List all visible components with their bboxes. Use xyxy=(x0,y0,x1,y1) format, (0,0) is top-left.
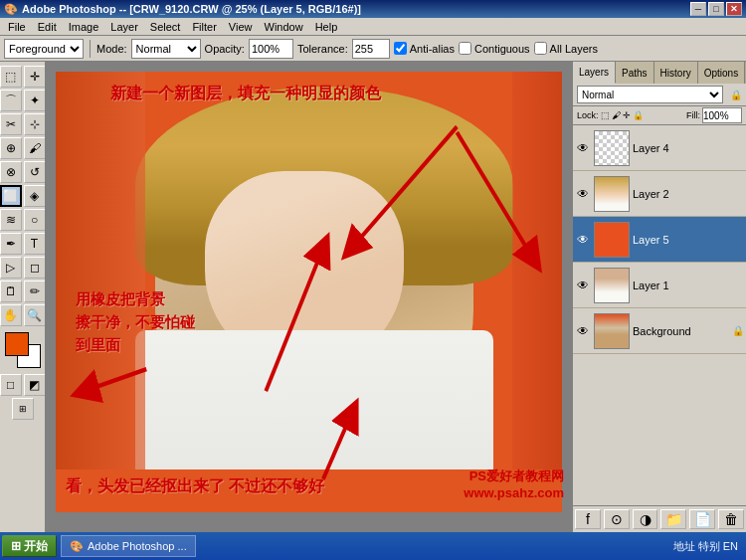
add-mask-button[interactable]: ⊙ xyxy=(604,509,630,529)
lasso-tool[interactable]: ⌒ xyxy=(0,90,22,111)
fill-label: Fill: xyxy=(686,110,700,120)
tab-layers[interactable]: Layers xyxy=(573,62,616,84)
menu-item-file[interactable]: File xyxy=(2,20,32,34)
layer-visibility-toggle[interactable]: 👁 xyxy=(575,323,591,339)
tool-row-11: ✋ 🔍 xyxy=(0,304,46,326)
lock-transparent-icon[interactable]: ⬚ xyxy=(601,110,610,120)
zoom-tool[interactable]: 🔍 xyxy=(24,304,46,326)
tab-options[interactable]: Options xyxy=(698,62,745,84)
magic-wand-tool[interactable]: ✦ xyxy=(24,90,46,111)
tray-text: 地址 特别 EN xyxy=(673,539,738,554)
tab-history[interactable]: History xyxy=(654,62,698,84)
fill-input[interactable] xyxy=(702,107,742,123)
lock-paint-icon[interactable]: 🖌 xyxy=(612,110,621,120)
mode-select[interactable]: Normal xyxy=(131,39,201,59)
close-button[interactable]: ✕ xyxy=(726,2,742,16)
marquee-tool[interactable]: ⬚ xyxy=(0,66,22,88)
start-button[interactable]: ⊞ 开始 xyxy=(2,535,57,557)
menu-item-layer[interactable]: Layer xyxy=(104,20,144,34)
all-layers-label: All Layers xyxy=(550,43,598,55)
tool-row-1: ⬚ ✛ xyxy=(0,66,46,88)
eyedropper-tool[interactable]: ✏ xyxy=(24,280,46,302)
layer-item[interactable]: 👁 Layer 2 xyxy=(573,171,746,217)
delete-layer-button[interactable]: 🗑 xyxy=(718,509,744,529)
screen-mode[interactable]: ⊞ xyxy=(12,398,34,420)
slice-tool[interactable]: ⊹ xyxy=(24,113,46,135)
anti-alias-checkbox[interactable] xyxy=(394,42,407,55)
annotation-left1: 用橡皮把背景 xyxy=(76,290,165,309)
layer-name: Background xyxy=(633,325,729,337)
layer-item[interactable]: 👁 Layer 4 xyxy=(573,125,746,171)
eraser-tool[interactable]: ⬜ xyxy=(0,185,22,207)
move-tool[interactable]: ✛ xyxy=(24,66,46,88)
path-tool[interactable]: ▷ xyxy=(0,257,22,279)
foreground-color-swatch[interactable] xyxy=(5,332,29,356)
notes-tool[interactable]: 🗒 xyxy=(0,280,22,302)
menu-item-help[interactable]: Help xyxy=(309,20,344,34)
tab-paths[interactable]: Paths xyxy=(616,62,654,84)
blend-mode-select[interactable]: Normal xyxy=(577,86,723,103)
tolerance-label: Tolerance: xyxy=(297,43,348,55)
layer-visibility-toggle[interactable]: 👁 xyxy=(575,140,591,156)
fill-tool[interactable]: ◈ xyxy=(24,185,46,207)
taskbar-tray: 地址 特别 EN xyxy=(673,539,744,554)
menu-item-view[interactable]: View xyxy=(223,20,259,34)
lock-label: 🔒 xyxy=(730,90,742,100)
tool-row-4: ⊕ 🖌 xyxy=(0,137,46,159)
titlebar: 🎨 Adobe Photoshop -- [CRW_9120.CRW @ 25%… xyxy=(0,0,746,18)
layer-visibility-toggle[interactable]: 👁 xyxy=(575,278,591,293)
blur-tool[interactable]: ≋ xyxy=(0,209,22,231)
menu-item-edit[interactable]: Edit xyxy=(32,20,63,34)
layer-visibility-toggle[interactable]: 👁 xyxy=(575,232,591,248)
layer-item-active[interactable]: 👁 Layer 5 xyxy=(573,217,746,263)
layer-item-background[interactable]: 👁 Background 🔒 xyxy=(573,308,746,354)
pen-tool[interactable]: ✒ xyxy=(0,233,22,255)
maximize-button[interactable]: □ xyxy=(708,2,724,16)
menu-item-select[interactable]: Select xyxy=(144,20,187,34)
lock-move-icon[interactable]: ✛ xyxy=(623,110,631,120)
color-swatches[interactable] xyxy=(5,332,41,368)
watermark: PS爱好者教程网 www.psahz.com xyxy=(464,467,564,500)
shape-tool[interactable]: ◻ xyxy=(24,257,46,279)
new-fill-button[interactable]: ◑ xyxy=(633,509,658,529)
healing-tool[interactable]: ⊕ xyxy=(0,137,22,159)
tool-row-5: ⊗ ↺ xyxy=(0,161,46,183)
history-brush-tool[interactable]: ↺ xyxy=(24,161,46,183)
lock-all-icon[interactable]: 🔒 xyxy=(633,110,644,120)
all-layers-checkbox[interactable] xyxy=(534,42,547,55)
anti-alias-group: Anti-alias xyxy=(394,42,455,55)
taskbar-app-label: Adobe Photoshop ... xyxy=(88,540,187,552)
layer-item[interactable]: 👁 Layer 1 xyxy=(573,263,746,308)
main-area: ⬚ ✛ ⌒ ✦ ✂ ⊹ ⊕ 🖌 ⊗ ↺ ⬜ ◈ ≋ ○ ✒ T xyxy=(0,62,746,532)
canvas-inner[interactable]: 新建一个新图层，填充一种明显的颜色 用橡皮把背景 擦干净，不要怕碰 到里面 看，… xyxy=(56,72,562,512)
annotation-left2: 擦干净，不要怕碰 xyxy=(76,313,195,332)
quickmask-mode[interactable]: ◩ xyxy=(24,374,46,396)
menu-item-image[interactable]: Image xyxy=(63,20,105,34)
tool-row-10: 🗒 ✏ xyxy=(0,280,46,302)
crop-tool[interactable]: ✂ xyxy=(0,113,22,135)
foreground-select[interactable]: Foreground xyxy=(4,39,84,59)
tolerance-input[interactable] xyxy=(352,39,390,59)
taskbar-photoshop[interactable]: 🎨 Adobe Photoshop ... xyxy=(61,535,196,557)
menu-item-filter[interactable]: Filter xyxy=(186,20,222,34)
hand-tool[interactable]: ✋ xyxy=(0,304,22,326)
clone-tool[interactable]: ⊗ xyxy=(0,161,22,183)
standard-mode[interactable]: □ xyxy=(0,374,22,396)
layer-visibility-toggle[interactable]: 👁 xyxy=(575,186,591,202)
menu-item-window[interactable]: Window xyxy=(259,20,309,34)
tool-row-2: ⌒ ✦ xyxy=(0,90,46,111)
panel-tab-bar: Layers Paths History Options xyxy=(573,62,746,84)
taskbar: ⊞ 开始 🎨 Adobe Photoshop ... 地址 特别 EN xyxy=(0,532,746,560)
dodge-tool[interactable]: ○ xyxy=(24,209,46,231)
annotation-left3: 到里面 xyxy=(76,336,120,355)
new-layer-button[interactable]: 📄 xyxy=(689,509,715,529)
minimize-button[interactable]: ─ xyxy=(690,2,706,16)
taskbar-app-icon: 🎨 xyxy=(70,540,84,553)
opacity-input[interactable] xyxy=(249,39,293,59)
add-style-button[interactable]: f xyxy=(575,509,601,529)
contiguous-checkbox[interactable] xyxy=(459,42,471,55)
brush-tool[interactable]: 🖌 xyxy=(24,137,46,159)
tool-row-7: ≋ ○ xyxy=(0,209,46,231)
new-group-button[interactable]: 📁 xyxy=(660,509,686,529)
text-tool[interactable]: T xyxy=(24,233,46,255)
